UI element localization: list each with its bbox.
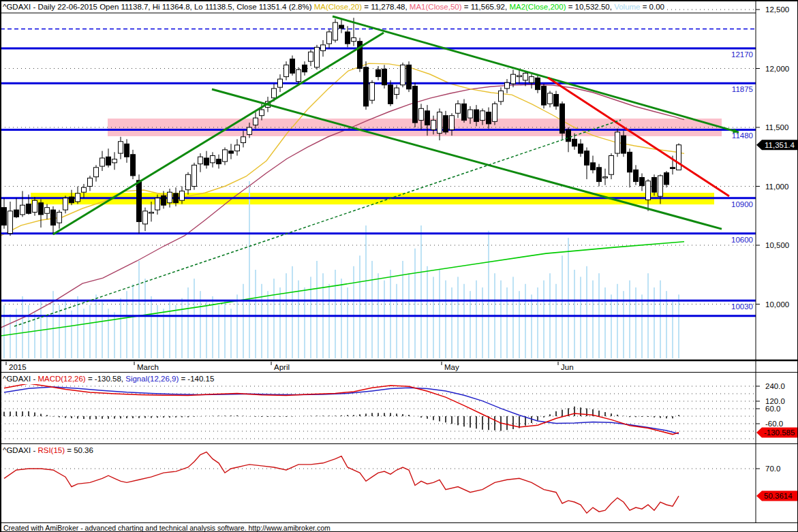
macd-axis-label: -60.0 (765, 420, 783, 428)
candle-down (346, 32, 350, 44)
candle-up (260, 110, 264, 116)
month-label[interactable]: Jun (561, 363, 574, 371)
volume-bar (463, 284, 465, 358)
candle-up (241, 137, 246, 143)
volume-bar (476, 281, 477, 358)
candle-up (57, 213, 62, 223)
candle-up (8, 211, 13, 234)
volume-bar (512, 277, 514, 358)
candle-down (566, 129, 571, 141)
candle-up (235, 145, 240, 151)
candle-down (444, 116, 448, 132)
candle-up (603, 177, 608, 178)
volume-bar (316, 261, 318, 358)
candle-down (376, 69, 381, 76)
candle-down (290, 59, 295, 74)
upper-channel-line (333, 16, 739, 132)
candle-up (395, 88, 399, 95)
candle-down (229, 151, 234, 153)
volume-bar (347, 287, 348, 358)
volume-bar (298, 281, 299, 358)
volume-bar (654, 287, 655, 358)
volume-bar (77, 296, 78, 358)
month-label[interactable]: May (444, 363, 459, 371)
candle-down (339, 25, 344, 29)
candle-down (70, 197, 74, 203)
rsi-axis-label: 70.0 (765, 465, 780, 473)
volume-bar (580, 277, 581, 358)
candle-up (284, 65, 289, 76)
candle-down (27, 204, 31, 213)
candle-down (462, 104, 467, 120)
candle-down (137, 181, 142, 222)
candle-down (413, 86, 418, 123)
candle-up (493, 104, 497, 121)
ma200-line (1, 242, 684, 336)
volume-bar (292, 266, 293, 358)
candle-up (548, 93, 553, 104)
volume-bar (604, 287, 606, 358)
volume-bar (169, 302, 170, 358)
volume-bar (341, 279, 342, 358)
candle-down (217, 159, 221, 164)
macd-axis-label: 240.0 (765, 382, 785, 390)
candle-up (321, 45, 326, 51)
title-segment: RSI(15) (37, 446, 65, 454)
title-segment: ^GDAXI - (3, 446, 37, 454)
candle-down (106, 157, 111, 165)
volume-bar (218, 305, 219, 358)
rsi-panel-title: ^GDAXI - RSI(15) = 50.36 (1, 445, 95, 456)
title-segment: = -140.15 (179, 375, 214, 383)
candle-down (542, 86, 547, 105)
title-segment: = 11,278.48, (362, 3, 410, 11)
month-label[interactable]: March (137, 363, 159, 371)
candle-down (560, 104, 565, 133)
candle-up (247, 127, 252, 134)
candle-up (517, 76, 522, 77)
candle-up (658, 176, 663, 196)
candle-up (20, 205, 25, 215)
candle-up (33, 200, 37, 212)
candle-up (143, 211, 148, 224)
candle-up (456, 104, 461, 113)
volume-bar (371, 261, 373, 358)
volume-bar (249, 181, 250, 358)
macd-value-tag-label: -130.585 (764, 428, 795, 437)
volume-bar (617, 284, 618, 358)
amibroker-footer: Created with AmiBroker - advanced charti… (3, 524, 331, 532)
candle-down (536, 78, 540, 89)
title-segment: ^GDAXI - (3, 375, 37, 383)
volume-bar (414, 249, 416, 358)
volume-bar (335, 270, 336, 358)
volume-bar (525, 284, 526, 358)
candle-down (125, 144, 129, 157)
candle-down (664, 173, 669, 185)
volume-bar (543, 281, 544, 358)
volume-bar (531, 294, 532, 358)
candle-down (131, 155, 136, 176)
chart-canvas[interactable]: 12,50012,00011,50011,00010,50010,0001217… (1, 1, 798, 532)
candle-up (149, 213, 154, 214)
candle-up (646, 181, 651, 200)
volume-bar (102, 302, 103, 358)
volume-bar (261, 284, 262, 358)
volume-bar (273, 279, 275, 358)
candle-down (425, 111, 430, 125)
volume-bar (194, 279, 195, 358)
month-label[interactable]: 2015 (9, 363, 27, 371)
candle-up (370, 82, 375, 100)
volume-bar (482, 287, 483, 358)
candle-up (155, 198, 160, 210)
volume-bar (635, 287, 636, 358)
volume-bar (592, 281, 594, 358)
candle-up (272, 89, 277, 98)
candle-down (303, 65, 307, 72)
macd-panel-title: ^GDAXI - MACD(12,26) = -130.58, Signal(1… (1, 373, 216, 384)
candle-down (572, 139, 577, 146)
volume-bar (304, 287, 305, 358)
volume-bar (641, 294, 643, 358)
candle-up (278, 79, 283, 87)
month-label[interactable]: April (274, 363, 290, 371)
candle-down (364, 67, 369, 106)
support-resistance-label: 12170 (731, 50, 753, 59)
